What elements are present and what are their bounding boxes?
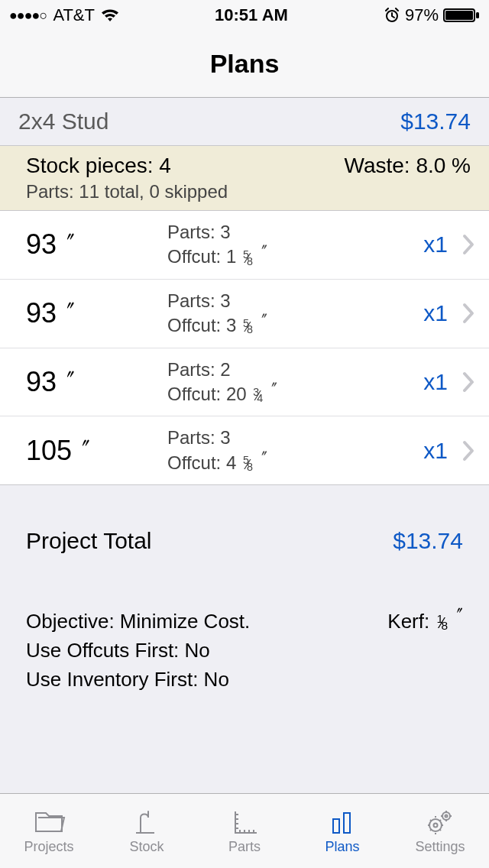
objective-label: Objective: Minimize Cost.: [26, 607, 250, 636]
use-offcuts-label: Use Offcuts First: No: [26, 636, 463, 666]
tab-settings[interactable]: Settings: [391, 794, 489, 868]
signal-dots-icon: ●●●●○: [9, 8, 47, 24]
svg-point-8: [442, 812, 450, 820]
status-right: 97%: [384, 5, 480, 25]
summary-row: Stock pieces: 4 Waste: 8.0 % Parts: 11 t…: [0, 146, 489, 211]
cut-qty: x1: [423, 300, 448, 326]
waste-label: Waste: 8.0 %: [345, 154, 471, 178]
page-title: Plans: [210, 49, 280, 79]
tab-settings-label: Settings: [415, 839, 465, 855]
cut-length: 93〞: [26, 297, 167, 329]
status-left: ●●●●○ AT&T: [9, 5, 119, 25]
tab-stock[interactable]: Stock: [98, 794, 196, 868]
cut-length: 93〞: [26, 366, 167, 398]
chevron-right-icon: [461, 302, 475, 325]
tab-parts[interactable]: Parts: [196, 794, 293, 868]
wifi-icon: [101, 8, 119, 23]
project-total-label: Project Total: [26, 528, 152, 554]
cut-qty: x1: [423, 369, 448, 395]
project-total-row: Project Total $13.74: [0, 485, 489, 569]
cut-length: 93〞: [26, 228, 167, 261]
svg-rect-2: [445, 11, 473, 20]
battery-pct: 97%: [405, 5, 439, 25]
chevron-right-icon: [461, 371, 475, 394]
material-header[interactable]: 2x4 Stud $13.74: [0, 98, 489, 146]
kerf-label: Kerf: 1⁄8〞: [387, 607, 463, 636]
cut-row[interactable]: 105〞Parts: 3Offcut: 4 5⁄8〞x1: [0, 416, 489, 485]
carrier-label: AT&T: [53, 5, 95, 25]
tab-bar: Projects Stock Parts Plans Settings: [0, 793, 489, 868]
chevron-right-icon: [461, 233, 475, 256]
svg-rect-4: [333, 819, 339, 833]
tab-projects-label: Projects: [24, 839, 73, 855]
tab-parts-label: Parts: [228, 839, 261, 855]
cut-details: Parts: 3Offcut: 1 5⁄8〞: [167, 220, 423, 270]
status-bar: ●●●●○ AT&T 10:51 AM 97%: [0, 0, 489, 31]
material-name: 2x4 Stud: [18, 108, 108, 134]
tab-plans[interactable]: Plans: [293, 794, 391, 868]
cut-row[interactable]: 93〞Parts: 3Offcut: 1 5⁄8〞x1: [0, 211, 489, 280]
nav-bar: Plans: [0, 31, 489, 98]
cut-details: Parts: 2Offcut: 20 3⁄4〞: [167, 358, 423, 407]
use-inventory-label: Use Inventory First: No: [26, 666, 463, 695]
parts-summary-label: Parts: 11 total, 0 skipped: [26, 181, 471, 202]
cut-list: 93〞Parts: 3Offcut: 1 5⁄8〞x193〞Parts: 3Of…: [0, 211, 489, 485]
cut-row[interactable]: 93〞Parts: 3Offcut: 3 5⁄8〞x1: [0, 280, 489, 348]
stock-pieces-label: Stock pieces: 4: [26, 154, 171, 178]
tab-stock-label: Stock: [129, 839, 164, 855]
cut-length: 105〞: [26, 435, 167, 467]
svg-point-7: [434, 824, 438, 828]
tab-projects[interactable]: Projects: [0, 794, 98, 868]
status-time: 10:51 AM: [215, 5, 288, 25]
cut-details: Parts: 3Offcut: 3 5⁄8〞: [167, 289, 423, 338]
svg-rect-3: [476, 12, 479, 18]
project-total-price: $13.74: [393, 528, 463, 554]
alarm-icon: [384, 7, 400, 24]
tab-plans-label: Plans: [325, 839, 359, 855]
cut-qty: x1: [423, 232, 448, 257]
svg-point-9: [445, 815, 448, 818]
cut-row[interactable]: 93〞Parts: 2Offcut: 20 3⁄4〞x1: [0, 348, 489, 417]
plan-details: Objective: Minimize Cost. Kerf: 1⁄8〞 Use…: [0, 569, 489, 694]
cut-qty: x1: [423, 438, 448, 464]
material-price: $13.74: [400, 108, 471, 134]
chevron-right-icon: [461, 439, 475, 462]
cut-details: Parts: 3Offcut: 4 5⁄8〞: [167, 426, 423, 475]
battery-icon: [443, 7, 480, 24]
svg-rect-5: [344, 813, 350, 833]
